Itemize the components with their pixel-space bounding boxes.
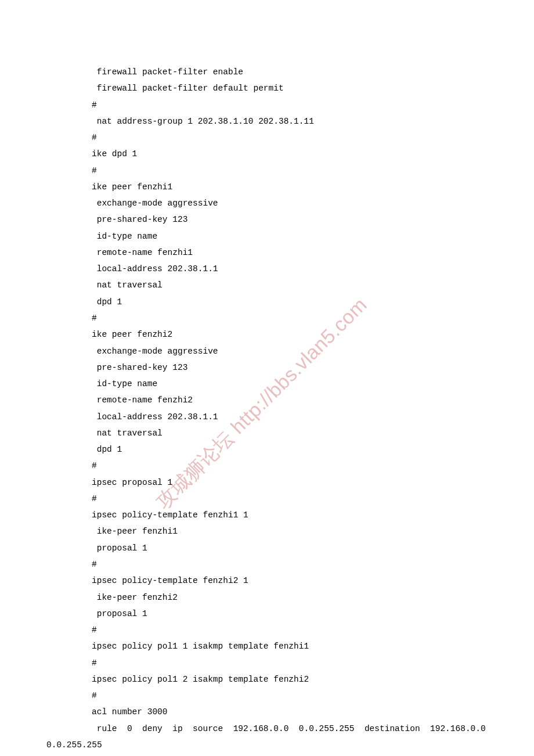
code-line: pre-shared-key 123	[46, 359, 488, 376]
code-line: firewall packet-filter default permit	[46, 80, 488, 96]
code-line: proposal 1	[46, 540, 488, 556]
code-line: #	[46, 556, 488, 573]
code-line: ike peer fenzhi2	[46, 326, 488, 343]
code-line: acl number 3000	[46, 704, 488, 720]
code-line: nat traversal	[46, 277, 488, 293]
code-line: local-address 202.38.1.1	[46, 261, 488, 277]
code-line: ike dpd 1	[46, 146, 488, 162]
document-page: 攻城狮论坛 http://bbs.vlan5.com firewall pack…	[0, 0, 534, 756]
code-line: dpd 1	[46, 294, 488, 310]
code-line: ipsec policy-template fenzhi1 1	[46, 507, 488, 523]
code-line: id-type name	[46, 376, 488, 392]
code-line: #	[46, 310, 488, 326]
code-line: local-address 202.38.1.1	[46, 409, 488, 425]
code-line: ike-peer fenzhi1	[46, 523, 488, 539]
code-line: ike peer fenzhi1	[46, 179, 488, 195]
code-line: ipsec policy-template fenzhi2 1	[46, 573, 488, 589]
code-line: ipsec policy pol1 2 isakmp template fenz…	[46, 671, 488, 687]
code-line: ipsec policy pol1 1 isakmp template fenz…	[46, 638, 488, 654]
code-line: #	[46, 129, 488, 146]
code-line: proposal 1	[46, 606, 488, 622]
code-line: ike-peer fenzhi2	[46, 589, 488, 606]
code-line: #	[46, 458, 488, 474]
code-line: id-type name	[46, 228, 488, 244]
code-line: #	[46, 163, 488, 179]
code-line: #	[46, 491, 488, 507]
code-line: #	[46, 622, 488, 638]
code-line: #	[46, 97, 488, 113]
code-line: pre-shared-key 123	[46, 211, 488, 228]
code-line: ipsec proposal 1	[46, 474, 488, 491]
code-line: firewall packet-filter enable	[46, 64, 488, 80]
code-line: 0.0.255.255	[46, 737, 488, 753]
code-line: exchange-mode aggressive	[46, 195, 488, 211]
code-listing: firewall packet-filter enable firewall p…	[46, 64, 488, 756]
code-line: rule 1 permit ip	[46, 753, 488, 756]
code-line: dpd 1	[46, 441, 488, 458]
code-line: remote-name fenzhi2	[46, 392, 488, 408]
code-line: nat address-group 1 202.38.1.10 202.38.1…	[46, 113, 488, 129]
code-line: exchange-mode aggressive	[46, 343, 488, 359]
code-line: #	[46, 687, 488, 704]
code-line: #	[46, 655, 488, 671]
code-line: remote-name fenzhi1	[46, 244, 488, 261]
code-line: rule 0 deny ip source 192.168.0.0 0.0.25…	[46, 721, 488, 737]
code-line: nat traversal	[46, 425, 488, 441]
